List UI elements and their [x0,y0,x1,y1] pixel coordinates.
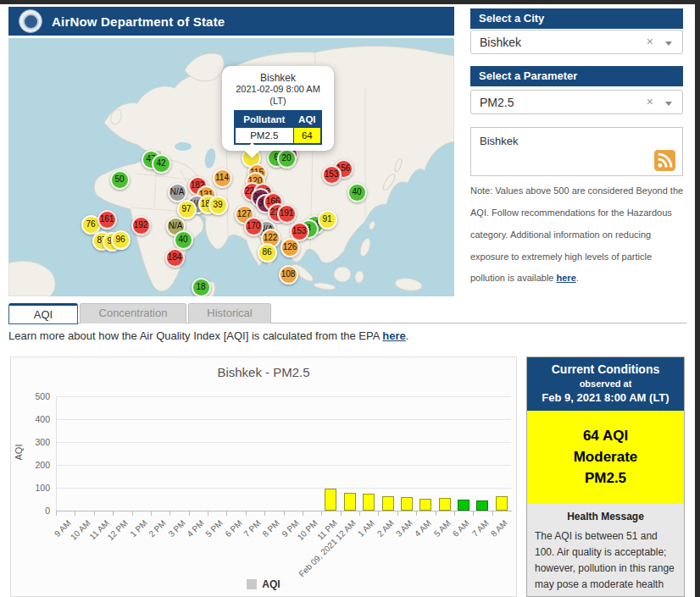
map-marker[interactable]: 40 [347,183,367,202]
view-tabs: AQI Concentration Historical [8,303,271,323]
chart-bar[interactable] [439,498,451,511]
clear-icon[interactable]: × [647,95,653,108]
y-tick-label: 200 [16,460,50,470]
current-conditions-header: Current Conditions observed at Feb 9, 20… [527,357,684,411]
x-tick-mark [303,511,303,516]
current-aqi-value: 64 AQI [531,428,681,445]
legend-label: AQI [262,578,280,590]
chart-bar[interactable] [401,497,413,511]
gridline [56,442,511,443]
chart-bar[interactable] [344,493,356,511]
x-tick-mark [151,511,152,516]
city-select-value: Bishkek [480,36,521,49]
map-marker[interactable]: 40 [174,230,193,250]
popup-pollutant-value: PM2.5 [235,127,293,144]
x-tick-mark [246,511,247,516]
map-marker[interactable]: 96 [111,230,131,250]
x-tick-mark [284,511,285,516]
gridline [56,396,511,397]
popup-timezone: (LT) [227,96,329,107]
current-conditions-title: Current Conditions [531,362,681,376]
map-marker[interactable]: 42 [152,154,171,174]
aqi-bar-chart: Bishkek - PM2.5 AQI 0100200300400500 9 A… [10,357,517,597]
popup-aqi-value: 64 [293,127,321,144]
map-marker[interactable]: 108 [279,265,298,285]
note-here-link[interactable]: here [557,273,576,283]
x-tick-mark [473,511,474,516]
x-tick-mark [132,511,133,516]
x-tick-mark [75,511,75,516]
gridline [56,419,511,420]
current-aqi-block: 64 AQI Moderate PM2.5 [527,411,684,504]
y-tick-label: 100 [16,483,50,493]
map-marker[interactable]: 114 [213,169,232,188]
parameter-select[interactable]: PM2.5 × [470,90,683,114]
current-aqi-category: Moderate [531,449,681,466]
x-tick-mark [341,511,342,516]
aqi-world-map[interactable]: 474250N/A182114131N/A1853997N/A401847616… [8,38,454,296]
map-marker[interactable]: 161 [97,210,117,229]
chart-bar[interactable] [458,500,469,511]
chart-legend[interactable]: AQI [11,578,516,590]
x-tick-mark [113,511,114,516]
epa-here-link[interactable]: here [382,329,405,342]
learn-more-body: Learn more about how the Air Quality Ind… [8,329,382,342]
map-marker[interactable]: 86 [258,243,277,263]
map-marker[interactable]: 191 [277,204,297,224]
page-title: AirNow Department of State [52,14,225,29]
popup-datetime: 2021-02-09 8:00 AM [227,84,329,95]
map-marker[interactable]: 126 [281,238,300,257]
select-city-header: Select a City [470,8,683,29]
city-feed-box: Bishkek [470,127,683,176]
chevron-down-icon[interactable] [665,102,672,106]
popup-city: Bishkek [227,72,329,84]
beyond-aqi-note: Note: Values above 500 are considered Be… [470,180,689,290]
parameter-select-value: PM2.5 [480,96,514,109]
chart-bar[interactable] [476,500,488,511]
chart-bar[interactable] [496,496,508,511]
chart-bar[interactable] [363,494,375,511]
y-tick-label: 400 [16,414,50,424]
map-marker[interactable]: 50 [110,170,130,190]
tab-aqi[interactable]: AQI [8,303,78,324]
gridline [56,488,511,489]
y-tick-label: 0 [16,506,50,516]
x-tick-mark [208,511,208,516]
popup-col-aqi: AQI [293,111,321,128]
current-pollutant: PM2.5 [531,470,681,487]
rss-feed-icon[interactable] [654,150,675,171]
x-tick-mark [321,511,322,516]
chart-bar[interactable] [419,499,431,511]
chart-y-axis [56,396,57,511]
chevron-down-icon[interactable] [665,41,672,46]
chart-bar[interactable] [325,489,336,511]
observed-datetime: Feb 9, 2021 8:00 AM (LT) [531,391,681,404]
note-text: Note: Values above 500 are considered Be… [470,185,683,283]
map-popup: Bishkek 2021-02-09 8:00 AM (LT) Pollutan… [222,66,334,151]
map-marker[interactable]: 18 [192,278,211,297]
legend-swatch [247,579,257,589]
map-marker[interactable]: 91 [318,210,337,229]
map-marker[interactable]: 192 [131,216,151,235]
feed-city-label: Bishkek [480,135,519,147]
tab-concentration[interactable]: Concentration [80,303,186,323]
city-select[interactable]: Bishkek × [470,30,683,54]
x-tick-mark [189,511,190,516]
learn-more-suffix: . [406,329,409,342]
map-marker[interactable]: 153 [322,165,342,185]
map-marker[interactable]: 39 [208,196,228,215]
map-marker[interactable]: 184 [165,248,185,268]
tab-historical[interactable]: Historical [188,303,271,323]
x-tick-mark [416,511,417,516]
chart-bar[interactable] [382,496,394,511]
map-marker[interactable]: 170 [244,217,264,236]
select-parameter-header: Select a Parameter [470,66,683,86]
map-marker[interactable]: 97 [177,200,197,219]
x-tick-mark [436,511,436,516]
map-marker[interactable]: 20 [277,149,297,169]
map-marker[interactable]: N/A [168,183,187,202]
current-conditions-panel: Current Conditions observed at Feb 9, 20… [526,357,685,597]
clear-icon[interactable]: × [647,35,653,48]
department-of-state-seal-icon [19,9,42,33]
x-tick-mark [378,511,379,516]
